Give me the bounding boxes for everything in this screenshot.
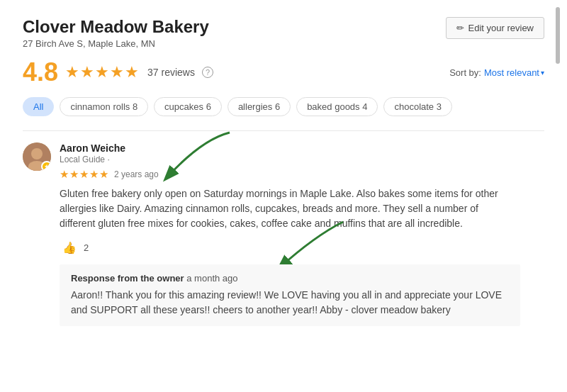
rating-row: 4.8 ★ ★ ★ ★ ★ 37 reviews ? Sort by: Most… xyxy=(23,57,544,87)
filter-chip-baked-goods[interactable]: baked goods 4 xyxy=(296,97,378,116)
sort-by-value-text: Most relevant xyxy=(484,67,539,78)
review-item: Aaron Weiche Local Guide · ★ ★ ★ ★ ★ 2 y… xyxy=(23,142,544,326)
business-info: Clover Meadow Bakery 27 Birch Ave S, Map… xyxy=(23,17,209,49)
help-icon[interactable]: ? xyxy=(202,67,213,78)
owner-response-header: Response from the owner a month ago xyxy=(71,273,509,284)
filter-chip-allergies[interactable]: allergies 6 xyxy=(228,97,291,116)
filter-chip-cupcakes[interactable]: cupcakes 6 xyxy=(154,97,222,116)
pencil-icon: ✏ xyxy=(456,23,464,33)
owner-response-title: Response from the owner xyxy=(71,273,184,284)
helpful-count: 2 xyxy=(84,242,89,253)
business-address: 27 Birch Ave S, Maple Lake, MN xyxy=(23,38,209,49)
page-header: Clover Meadow Bakery 27 Birch Ave S, Map… xyxy=(23,17,544,49)
star-5: ★ xyxy=(125,63,139,82)
review-star-3: ★ xyxy=(79,168,89,181)
business-name: Clover Meadow Bakery xyxy=(23,17,209,37)
sort-by-row: Sort by: Most relevant ▾ xyxy=(449,67,544,78)
thumbs-up-icon: 👍 xyxy=(62,241,77,254)
overall-stars: ★ ★ ★ ★ ★ xyxy=(65,63,139,82)
svg-point-1 xyxy=(31,148,43,159)
review-star-4: ★ xyxy=(89,168,99,181)
overall-rating: 4.8 xyxy=(23,57,58,87)
review-content: Aaron Weiche Local Guide · ★ ★ ★ ★ ★ 2 y… xyxy=(60,142,544,326)
reviewer-name: Aaron Weiche xyxy=(60,142,544,154)
review-stars: ★ ★ ★ ★ ★ xyxy=(60,168,108,181)
review-star-5: ★ xyxy=(99,168,108,181)
green-arrow-stars xyxy=(145,125,237,189)
review-count: 37 reviews xyxy=(147,67,195,78)
chevron-down-icon: ▾ xyxy=(541,69,544,77)
reviewer-meta: Local Guide · xyxy=(60,155,544,164)
owner-response-time: a month ago xyxy=(186,273,237,284)
star-3: ★ xyxy=(95,63,109,82)
local-guide-badge xyxy=(41,161,51,171)
star-2: ★ xyxy=(80,63,94,82)
avatar xyxy=(23,142,51,171)
owner-response-text: Aaron!! Thank you for this amazing revie… xyxy=(71,288,509,318)
edit-review-button[interactable]: ✏ Edit your review xyxy=(446,17,544,39)
filter-chip-all[interactable]: All xyxy=(23,97,54,116)
sort-by-dropdown[interactable]: Most relevant ▾ xyxy=(484,67,544,78)
owner-response: Response from the owner a month ago Aaro… xyxy=(60,264,520,326)
filter-chips-row: All cinnamon rolls 8 cupcakes 6 allergie… xyxy=(23,97,544,116)
star-1: ★ xyxy=(65,63,79,82)
sort-by-label: Sort by: xyxy=(449,67,481,78)
star-4: ★ xyxy=(110,63,124,82)
divider xyxy=(23,130,544,131)
scrollbar[interactable] xyxy=(556,7,560,64)
filter-chip-cinnamon-rolls[interactable]: cinnamon rolls 8 xyxy=(60,97,148,116)
review-stars-row: ★ ★ ★ ★ ★ 2 years ago xyxy=(60,168,544,181)
review-star-1: ★ xyxy=(60,168,69,181)
edit-review-label: Edit your review xyxy=(468,23,534,33)
review-star-2: ★ xyxy=(69,168,79,181)
filter-chip-chocolate[interactable]: chocolate 3 xyxy=(383,97,452,116)
thumbs-up-button[interactable]: 👍 xyxy=(60,240,79,256)
